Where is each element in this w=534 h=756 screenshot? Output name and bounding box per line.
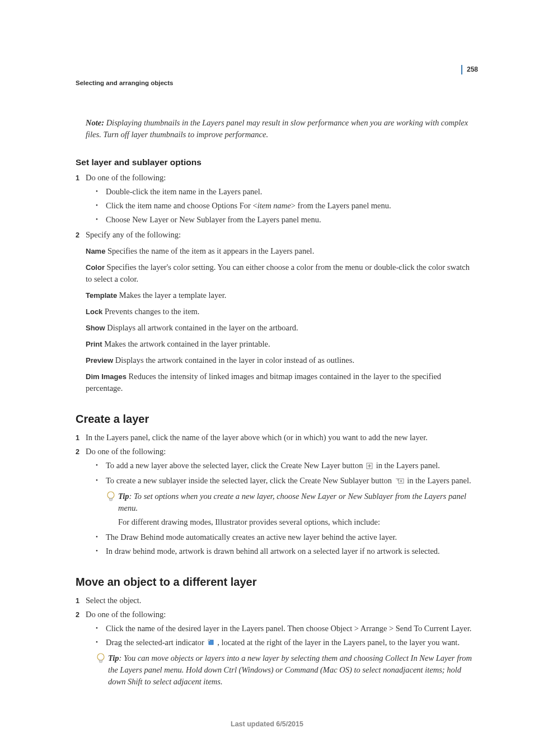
step: 2 Do one of the following: [76,446,472,458]
step-body: Specify any of the following: [86,229,472,241]
step-body: Do one of the following: [86,446,472,458]
lightbulb-icon [96,652,108,688]
bullet-list: • The Draw Behind mode automatically cre… [96,531,472,557]
list-item: • Drag the selected-art indicator , loca… [96,637,472,649]
create-new-layer-icon [366,461,373,473]
def-term: Preview [86,356,113,365]
bullet-dot: • [96,623,106,634]
heading-set-layer-options: Set layer and sublayer options [76,156,472,169]
def-term: Print [86,340,102,348]
bullet-list: • To add a new layer above the selected … [96,460,472,487]
heading-create-a-layer: Create a layer [76,411,472,427]
def-term: Name [86,247,105,255]
page-number: 258 [461,65,478,74]
def-body: Makes the layer a template layer. [117,291,226,300]
definition-color: Color Specifies the layer's color settin… [86,262,472,285]
tip-block: Tip: You can move objects or layers into… [96,652,472,688]
bullet-text: Click the name of the desired layer in t… [106,623,472,634]
list-item: • Click the name of the desired layer in… [96,623,472,634]
bullet-dot: • [96,475,106,487]
bullet-dot: • [96,637,106,649]
step: 1 Do one of the following: [76,172,472,184]
tip-follow-text: For different drawing modes, Illustrator… [118,516,472,528]
tip-text: Tip: To set options when you create a ne… [118,491,472,514]
footer-last-updated: Last updated 6/5/2015 [0,719,534,729]
bullet-text: Click the item name and choose Options F… [106,200,472,212]
step: 2 Do one of the following: [76,609,472,620]
tip-text: Tip: You can move objects or layers into… [108,652,472,688]
bullet-list: • Click the name of the desired layer in… [96,623,472,649]
step-number: 1 [76,595,86,606]
bullet-dot: • [96,186,106,198]
bullet-dot: • [96,460,106,472]
step: 2 Specify any of the following: [76,229,472,241]
def-body: Makes the artwork contained in the layer… [102,339,270,348]
definition-template: Template Makes the layer a template laye… [86,290,472,301]
page-number-value: 258 [467,66,478,73]
definition-lock: Lock Prevents changes to the item. [86,306,472,318]
create-new-sublayer-icon [395,475,404,487]
svg-point-6 [107,492,114,498]
def-term: Lock [86,307,102,316]
step-number: 2 [76,609,86,620]
step: 1 In the Layers panel, click the name of… [76,432,472,444]
heading-move-object: Move an object to a different layer [76,574,472,590]
definition-preview: Preview Displays the artwork contained i… [86,354,472,366]
step: 1 Select the object. [76,595,472,606]
bullet-dot: • [96,200,106,212]
bullet-text: Double-click the item name in the Layers… [106,186,472,198]
bullet-text: To create a new sublayer inside the sele… [106,475,472,487]
def-body: Reduces the intensity of linked images a… [86,372,441,393]
def-term: Dim Images [86,372,127,381]
def-body: Prevents changes to the item. [102,307,199,316]
definition-show: Show Displays all artwork contained in t… [86,322,472,334]
step-number: 1 [76,432,86,444]
svg-point-8 [97,654,104,660]
def-body: Specifies the layer's color setting. You… [86,263,470,283]
definition-name: Name Specifies the name of the item as i… [86,245,472,257]
note-label: Note: [86,118,104,127]
note-block: Note: Displaying thumbnails in the Layer… [86,117,472,141]
bullet-text: Drag the selected-art indicator , locate… [106,637,472,649]
step-number: 2 [76,446,86,458]
def-body: Specifies the name of the item as it app… [105,246,314,255]
definition-dim-images: Dim Images Reduces the intensity of link… [86,371,472,394]
list-item: • In draw behind mode, artwork is drawn … [96,545,472,557]
list-item: • Click the item name and choose Options… [96,200,472,212]
bullet-text: In draw behind mode, artwork is drawn be… [106,545,472,557]
def-term: Template [86,291,117,300]
list-item: • Double-click the item name in the Laye… [96,186,472,198]
bullet-dot: • [96,214,106,226]
list-item: • Choose New Layer or New Sublayer from … [96,214,472,226]
list-item: • To add a new layer above the selected … [96,460,472,472]
bullet-list: • Double-click the item name in the Laye… [96,186,472,226]
def-body: Displays all artwork contained in the la… [105,323,298,332]
bullet-text: The Draw Behind mode automatically creat… [106,531,472,543]
page: 258 Selecting and arranging objects Note… [0,0,534,756]
running-head: Selecting and arranging objects [76,78,472,88]
step-body: Select the object. [86,595,472,606]
def-body: Displays the artwork contained in the la… [113,356,354,365]
def-term: Show [86,324,105,332]
lightbulb-icon [106,491,118,514]
step-body: In the Layers panel, click the name of t… [86,432,472,444]
def-term: Color [86,263,105,272]
note-text: Displaying thumbnails in the Layers pane… [86,118,468,139]
selected-art-indicator-icon [208,637,214,649]
step-number: 2 [76,229,86,241]
step-number: 1 [76,172,86,184]
step-body: Do one of the following: [86,609,472,620]
bullet-text: Choose New Layer or New Sublayer from th… [106,214,472,226]
bullet-text: To add a new layer above the selected la… [106,460,472,472]
tip-block: Tip: To set options when you create a ne… [106,491,472,514]
bullet-dot: • [96,531,106,543]
definition-print: Print Makes the artwork contained in the… [86,338,472,350]
list-item: • To create a new sublayer inside the se… [96,475,472,487]
list-item: • The Draw Behind mode automatically cre… [96,531,472,543]
bullet-dot: • [96,545,106,557]
step-body: Do one of the following: [86,172,472,184]
